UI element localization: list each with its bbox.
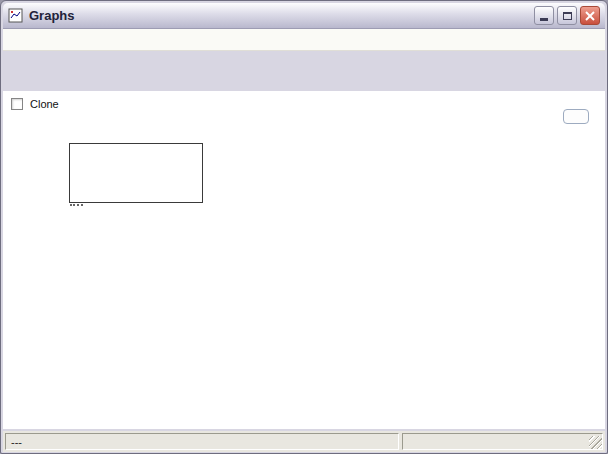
status-cell-right — [402, 433, 603, 450]
window-title: Graphs — [29, 8, 531, 23]
tab-row-top — [3, 52, 605, 71]
status-bar: --- — [3, 431, 605, 452]
menu-bar — [3, 29, 605, 51]
status-cell-left: --- — [5, 433, 399, 450]
tab-row-bottom — [3, 71, 605, 91]
close-button[interactable] — [580, 6, 600, 25]
maximize-icon — [563, 12, 572, 20]
maximize-button[interactable] — [557, 6, 577, 25]
legend-stub — [70, 204, 83, 206]
app-icon — [8, 8, 24, 24]
clone-checkbox-row: Clone — [11, 98, 59, 110]
close-icon — [585, 11, 595, 21]
deg-axis-button[interactable] — [563, 109, 589, 124]
clone-checkbox[interactable] — [11, 98, 23, 110]
chart-panel — [3, 91, 605, 429]
titlebar[interactable]: Graphs — [3, 3, 605, 29]
window: Graphs Clone --- — [0, 0, 608, 454]
chart-legend — [69, 143, 203, 203]
minimize-icon — [540, 18, 548, 21]
resize-grip[interactable] — [589, 436, 602, 449]
minimize-button[interactable] — [534, 6, 554, 25]
clone-label: Clone — [30, 98, 59, 110]
status-text: --- — [11, 436, 22, 448]
